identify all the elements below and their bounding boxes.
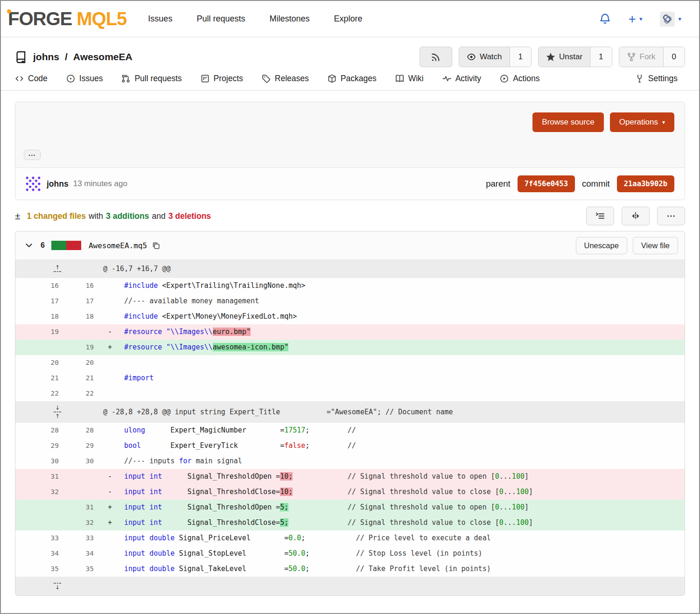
watch-count[interactable]: 1 <box>510 47 531 67</box>
commit-author-name[interactable]: johns <box>47 179 69 189</box>
diff-sign <box>99 438 120 454</box>
browse-source-button[interactable]: Browse source <box>532 112 603 132</box>
expand-gutter[interactable]: ↓↑ <box>15 401 99 423</box>
tab-activity[interactable]: Activity <box>442 74 481 84</box>
tab-label: Packages <box>341 74 377 84</box>
unescape-button[interactable]: Unescape <box>576 237 627 254</box>
collapse-file-chevron-icon[interactable] <box>25 241 33 250</box>
tab-pull-requests[interactable]: Pull requests <box>121 74 182 84</box>
code-line: //--- available money management <box>120 293 685 309</box>
nav-item-issues[interactable]: Issues <box>148 14 172 24</box>
repo-owner[interactable]: johns <box>33 51 59 63</box>
old-line-number: 31 <box>15 469 64 484</box>
code-line: #resource "\\Images\\euro.bmp" <box>120 324 685 340</box>
copy-filename-button[interactable] <box>152 241 160 250</box>
commit-hash-button[interactable]: 21aa3b902b <box>617 175 674 192</box>
commit-box: Browse source Operations ▾ ... johns 13 <box>15 102 685 200</box>
tab-code[interactable]: Code <box>15 74 48 84</box>
logo-brand: FORGE <box>8 8 72 29</box>
diff-line-ctx: 2222 <box>15 386 685 401</box>
commit-time: 13 minutes ago <box>73 179 127 188</box>
fork-count[interactable]: 0 <box>663 47 685 67</box>
create-new-button[interactable]: + ▾ <box>629 14 643 24</box>
old-line-number: 21 <box>15 370 64 386</box>
expand-down-icon[interactable]: ↓ <box>54 582 61 590</box>
diff-sign <box>99 454 120 469</box>
diff-line-ctx: 3535input double Signal_TakeLevel =50.0;… <box>15 561 685 577</box>
rss-feed-button[interactable] <box>420 47 452 67</box>
old-line-number <box>15 340 64 355</box>
operations-dropdown[interactable]: Operations ▾ <box>610 112 674 132</box>
tab-releases[interactable]: Releases <box>262 74 309 84</box>
tab-settings[interactable]: Settings <box>635 74 678 84</box>
nav-item-explore[interactable]: Explore <box>334 14 363 24</box>
tab-actions[interactable]: Actions <box>500 74 539 84</box>
chevron-down-icon: ▾ <box>678 15 681 22</box>
logo-product: MQL5 <box>77 8 126 29</box>
diff-file-list-button[interactable] <box>586 207 614 225</box>
nav-item-pull-requests[interactable]: Pull requests <box>196 14 245 24</box>
new-line-number: 18 <box>64 309 99 324</box>
expand-gutter[interactable]: ↓ <box>15 577 99 595</box>
deletions-count: 3 deletions <box>168 211 211 221</box>
code-line: //--- inputs for main signal <box>120 454 685 469</box>
settings-tool-icon <box>635 74 644 83</box>
fork-button[interactable]: Fork <box>619 47 663 67</box>
diff-line-ctx: 2828ulong Expert_MagicNumber =17517; // <box>15 423 685 438</box>
notifications-bell-icon[interactable] <box>599 13 611 25</box>
repo-actions: Watch 1 Unstar 1 <box>420 47 685 67</box>
site-logo[interactable]: FORGE MQL5 <box>8 8 126 29</box>
author-identicon-avatar[interactable] <box>26 176 41 191</box>
unstar-button[interactable]: Unstar <box>539 47 590 67</box>
nav-links: Issues Pull requests Milestones Explore <box>148 14 362 24</box>
tab-issues[interactable]: Issues <box>66 74 103 84</box>
diff-line-del: 31-input int Signal_ThresholdOpen =10; /… <box>15 469 685 484</box>
diff-line-ctx: 2121#import <box>15 370 685 386</box>
code-line <box>120 355 685 370</box>
tab-label: Projects <box>214 74 243 84</box>
code-line: #import <box>120 370 685 386</box>
changed-files-count[interactable]: 1 changed files <box>27 211 86 221</box>
new-line-number: 33 <box>64 530 99 546</box>
watch-button[interactable]: Watch <box>459 47 510 67</box>
tab-projects[interactable]: Projects <box>201 74 243 84</box>
view-file-button[interactable]: View file <box>633 237 678 254</box>
hunk-header-text: @ -16,7 +16,7 @@ <box>99 259 685 278</box>
diff-options-ellipsis-button[interactable] <box>657 207 685 225</box>
diff-sign <box>99 423 120 438</box>
stat-word: with <box>89 211 103 221</box>
nav-item-milestones[interactable]: Milestones <box>269 14 309 24</box>
tab-wiki[interactable]: Wiki <box>395 74 424 84</box>
file-name[interactable]: AwesomeEA.mq5 <box>89 241 147 250</box>
diff-view-options <box>586 207 685 225</box>
star-count[interactable]: 1 <box>590 47 611 67</box>
old-line-number: 28 <box>15 423 64 438</box>
split-view-button[interactable] <box>622 207 650 225</box>
page: FORGE MQL5 Issues Pull requests Mileston… <box>0 0 700 614</box>
diffstat-bar-additions <box>51 241 66 250</box>
new-line-number: 20 <box>64 355 99 370</box>
expand-both-icon[interactable]: ↓↑ <box>54 405 61 419</box>
code-line: #include <Expert\Money\MoneyFixedLot.mqh… <box>120 309 685 324</box>
user-menu[interactable]: ▾ <box>660 12 681 27</box>
commit-more-button[interactable]: ... <box>24 150 41 160</box>
old-line-number: 32 <box>15 484 64 500</box>
plus-minus-icon: ± <box>15 210 21 222</box>
tab-label: Wiki <box>408 74 424 84</box>
expand-gutter[interactable]: ↑ <box>15 259 99 278</box>
repo-separator: / <box>65 51 68 63</box>
parent-hash-button[interactable]: 7f456e0453 <box>518 175 575 192</box>
code-icon <box>15 74 24 83</box>
old-line-number: 33 <box>15 530 64 546</box>
diff-sign <box>99 293 120 309</box>
tab-label: Code <box>28 74 48 84</box>
logo-dot-icon <box>7 9 11 14</box>
commit-header: Browse source Operations ▾ ... <box>15 102 685 167</box>
diff-line-ctx: 3434input double Signal_StopLevel =50.0;… <box>15 546 685 561</box>
diff-line-add: 31+input int Signal_ThresholdOpen =5; //… <box>15 500 685 515</box>
diff-sign: + <box>99 340 120 355</box>
repo-name[interactable]: AwesomeEA <box>73 51 133 63</box>
issue-icon <box>66 74 75 83</box>
expand-up-icon[interactable]: ↑ <box>54 265 61 273</box>
tab-packages[interactable]: Packages <box>328 74 377 84</box>
